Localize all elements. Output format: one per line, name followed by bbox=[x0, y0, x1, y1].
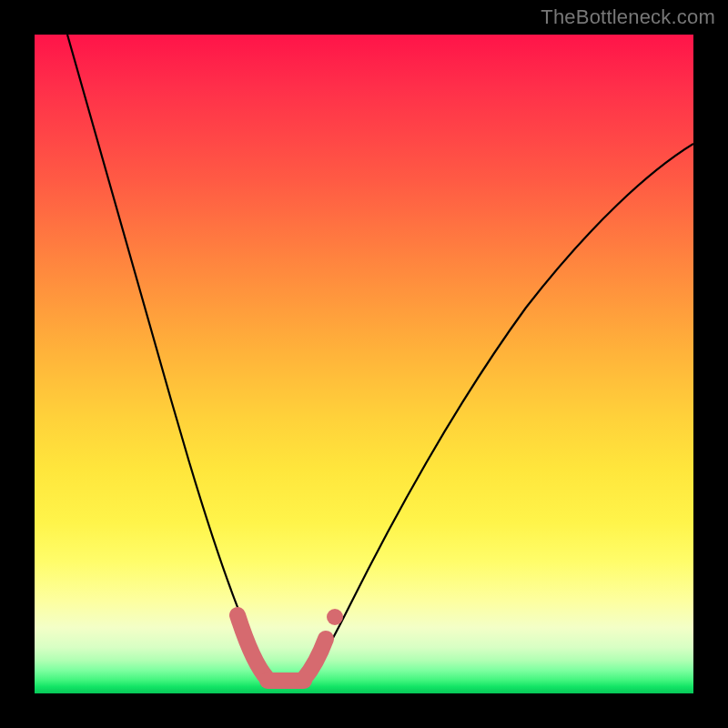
trough-highlight bbox=[238, 609, 343, 681]
chart-frame: TheBottleneck.com bbox=[0, 0, 728, 728]
chart-svg bbox=[35, 35, 693, 693]
chart-plot-area bbox=[35, 35, 693, 693]
watermark-text: TheBottleneck.com bbox=[541, 5, 715, 29]
svg-point-0 bbox=[327, 609, 343, 625]
bottleneck-curve bbox=[67, 35, 693, 685]
